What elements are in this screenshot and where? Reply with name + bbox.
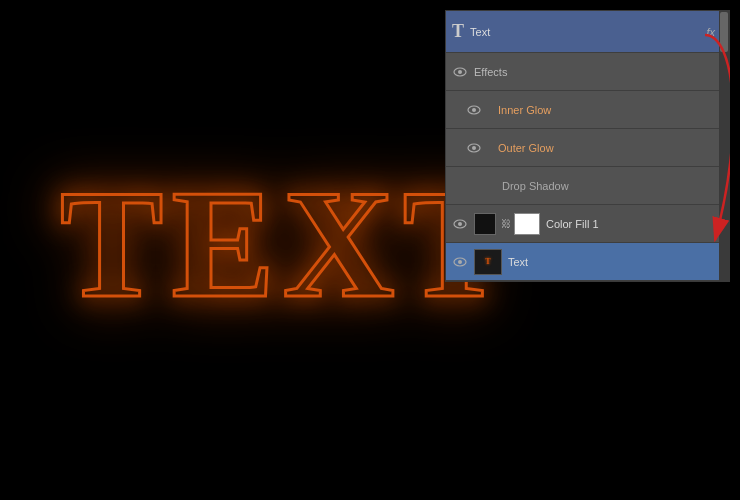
color-fill-white-thumb: [514, 213, 540, 235]
svg-point-1: [458, 70, 462, 74]
color-fill-black-thumb: [474, 213, 496, 235]
fx-badge: fx: [706, 26, 715, 38]
svg-point-7: [458, 222, 462, 226]
layer-row-text-top[interactable]: T Text fx: [446, 11, 721, 53]
layer-row-inner-glow[interactable]: Inner Glow: [446, 91, 721, 129]
layer-row-drop-shadow[interactable]: Drop Shadow: [446, 167, 721, 205]
outer-glow-label: Outer Glow: [488, 142, 715, 154]
svg-point-3: [472, 108, 476, 112]
panel-scrollbar[interactable]: [719, 11, 729, 281]
eye-icon-inner-glow[interactable]: [466, 102, 482, 118]
layer-row-effects[interactable]: Effects: [446, 53, 721, 91]
eye-icon-effects[interactable]: [452, 64, 468, 80]
chain-icon: ⛓: [500, 215, 512, 233]
eye-icon-outer-glow[interactable]: [466, 140, 482, 156]
layers-panel: T Text fx Effects Inner Glow: [445, 10, 730, 282]
layer-row-color-fill[interactable]: ⛓ Color Fill 1: [446, 205, 721, 243]
effects-label: Effects: [474, 66, 715, 78]
text-layer-label: Text: [470, 26, 702, 38]
drop-shadow-label: Drop Shadow: [478, 180, 715, 192]
inner-glow-label: Inner Glow: [488, 104, 715, 116]
svg-point-5: [472, 146, 476, 150]
eye-icon-text-bottom[interactable]: [452, 254, 468, 270]
text-bottom-label: Text: [508, 256, 715, 268]
eye-icon-color-fill[interactable]: [452, 216, 468, 232]
layer-row-outer-glow[interactable]: Outer Glow: [446, 129, 721, 167]
text-type-icon: T: [452, 21, 464, 42]
text-layer-thumb: T: [474, 249, 502, 275]
color-fill-label: Color Fill 1: [546, 218, 715, 230]
svg-point-9: [458, 260, 462, 264]
scrollbar-thumb[interactable]: [720, 12, 728, 52]
layer-row-text-bottom[interactable]: T Text: [446, 243, 721, 281]
